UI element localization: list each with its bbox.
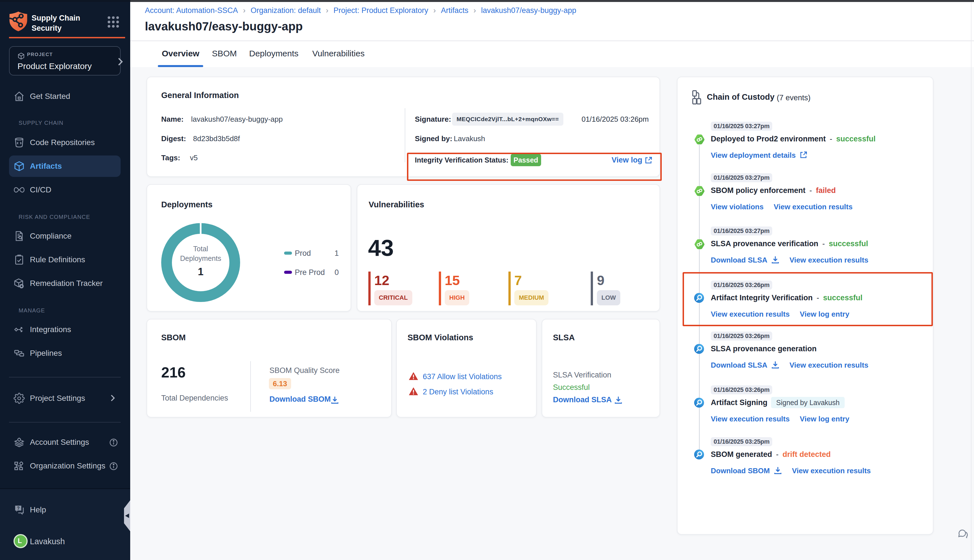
svg-text:?: ? xyxy=(17,506,20,511)
